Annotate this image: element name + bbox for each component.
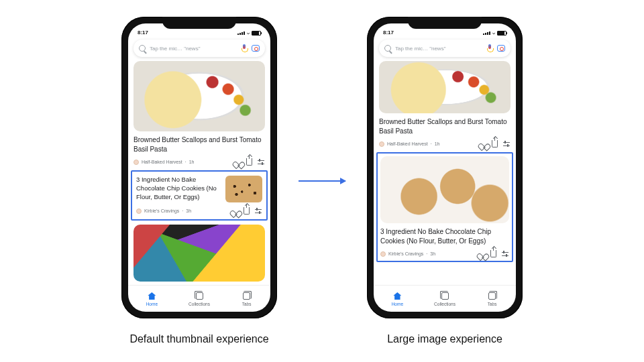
tab-home[interactable]: Home	[374, 286, 421, 312]
tab-label: Collections	[189, 302, 210, 306]
status-time: 8:17	[383, 29, 394, 36]
share-icon	[246, 158, 252, 166]
source-icon	[133, 160, 139, 165]
card-source: Kirbie's Cravings	[144, 208, 179, 213]
share-icon	[244, 207, 250, 215]
collections-icon	[196, 292, 203, 300]
like-button[interactable]	[231, 206, 239, 215]
phone-mock-left: 8:17 ⌵ Tap the mic… "news" Browned Butte…	[121, 17, 277, 318]
card-age: 1h	[435, 141, 440, 146]
heart-icon	[480, 141, 487, 147]
tab-label: Home	[146, 302, 158, 306]
mic-icon[interactable]	[241, 44, 248, 52]
battery-icon	[497, 31, 506, 36]
feed[interactable]: Browned Butter Scallops and Burst Tomato…	[128, 61, 270, 285]
card-source: Kirbie's Cravings	[388, 251, 423, 256]
source-icon	[380, 251, 386, 257]
notch	[408, 17, 482, 29]
tab-bar: Home Collections Tabs	[128, 285, 270, 312]
share-button[interactable]	[245, 158, 254, 166]
tab-label: Tabs	[242, 302, 252, 306]
tune-icon	[503, 141, 510, 147]
feed[interactable]: Browned Butter Scallops and Burst Tomato…	[374, 61, 516, 285]
like-button[interactable]	[233, 158, 242, 166]
card-title: 3 Ingredient No Bake Chocolate Chip Cook…	[380, 227, 509, 245]
share-button[interactable]	[490, 139, 499, 148]
lens-icon[interactable]	[497, 45, 505, 52]
mic-icon[interactable]	[486, 44, 493, 52]
feed-card-pasta[interactable]: Browned Butter Scallops and Burst Tomato…	[374, 61, 516, 152]
heart-icon	[235, 159, 241, 165]
card-thumbnail-cookies	[225, 176, 262, 202]
search-icon	[139, 45, 146, 52]
heart-icon	[479, 251, 486, 257]
signal-icon	[237, 32, 245, 35]
tune-button[interactable]	[500, 249, 509, 258]
caption-left: Default thumbnail experience	[129, 333, 268, 345]
search-icon	[384, 45, 391, 52]
arrow-icon	[299, 180, 345, 182]
card-title: Browned Butter Scallops and Burst Tomato…	[379, 117, 511, 135]
home-icon	[393, 292, 401, 300]
wifi-icon: ⌵	[247, 30, 250, 36]
tune-button[interactable]	[256, 158, 265, 166]
card-age: 1h	[189, 160, 195, 164]
search-placeholder: Tap the mic… "news"	[395, 46, 482, 52]
phone-mock-right: 8:17 ⌵ Tap the mic… "news" Browned Butte…	[367, 17, 523, 318]
card-source: Half-Baked Harvest	[142, 160, 182, 164]
source-icon	[379, 141, 384, 147]
tab-tabs[interactable]: Tabs	[468, 286, 516, 312]
card-source: Half-Baked Harvest	[387, 141, 428, 146]
tab-collections[interactable]: Collections	[176, 286, 223, 312]
share-button[interactable]	[242, 206, 251, 215]
tab-label: Collections	[434, 302, 455, 306]
arrow-wrap	[299, 30, 345, 332]
tab-tabs[interactable]: Tabs	[223, 286, 270, 312]
like-button[interactable]	[479, 139, 488, 148]
notch	[162, 17, 236, 29]
feed-card-pasta[interactable]: Browned Butter Scallops and Burst Tomato…	[128, 61, 270, 170]
card-title: Browned Butter Scallops and Burst Tomato…	[133, 135, 265, 154]
feed-card-cookies-large[interactable]: 3 Ingredient No Bake Chocolate Chip Cook…	[376, 152, 513, 262]
tabs-icon	[243, 292, 250, 300]
source-icon	[136, 208, 142, 214]
home-icon	[148, 292, 156, 300]
status-time: 8:17	[138, 29, 148, 36]
collections-icon	[441, 292, 449, 300]
feed-card-cookies-thumbnail[interactable]: 3 Ingredient No Bake Chocolate Chip Cook…	[131, 170, 268, 221]
search-bar[interactable]: Tap the mic… "news"	[379, 40, 511, 57]
wifi-icon: ⌵	[492, 30, 495, 36]
tune-icon	[255, 208, 262, 215]
tabs-icon	[488, 292, 496, 300]
search-bar[interactable]: Tap the mic… "news"	[133, 40, 265, 57]
share-icon	[492, 140, 498, 147]
tune-button[interactable]	[502, 139, 511, 148]
share-icon	[490, 250, 496, 257]
card-image-extra	[133, 225, 265, 282]
tune-icon	[258, 159, 264, 166]
card-title: 3 Ingredient No Bake Chocolate Chip Cook…	[136, 176, 220, 202]
card-age: 3h	[186, 208, 191, 213]
heart-icon	[232, 208, 239, 214]
tune-button[interactable]	[254, 206, 262, 215]
search-placeholder: Tap the mic… "news"	[150, 46, 237, 52]
tab-collections[interactable]: Collections	[421, 286, 469, 312]
signal-icon	[483, 32, 490, 35]
tab-bar: Home Collections Tabs	[374, 285, 516, 312]
card-age: 3h	[430, 251, 435, 256]
share-button[interactable]	[489, 249, 498, 258]
tab-label: Home	[392, 302, 403, 306]
battery-icon	[252, 31, 261, 36]
card-image-cookies	[380, 156, 509, 223]
card-image-pasta	[133, 61, 265, 131]
feed-card-extra[interactable]	[128, 225, 270, 285]
caption-right: Large image experience	[387, 333, 502, 345]
lens-icon[interactable]	[252, 45, 260, 52]
card-image-pasta	[379, 61, 511, 113]
tab-label: Tabs	[488, 302, 497, 306]
tune-icon	[502, 251, 508, 257]
like-button[interactable]	[478, 249, 486, 258]
tab-home[interactable]: Home	[128, 286, 176, 312]
